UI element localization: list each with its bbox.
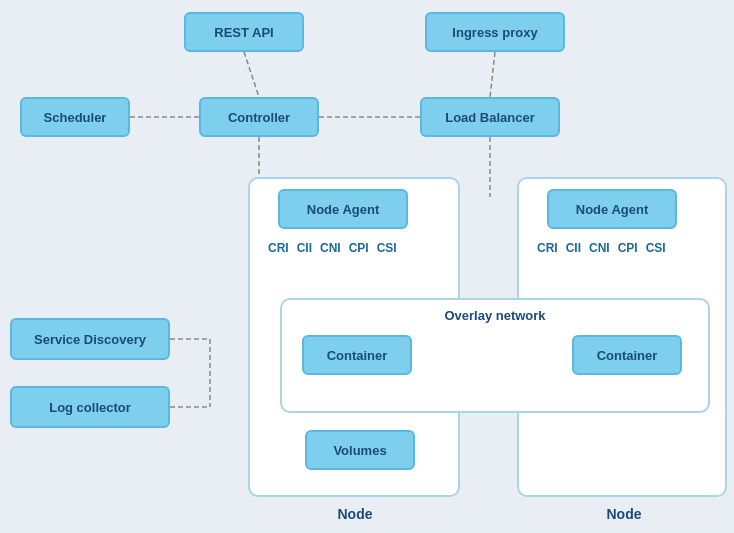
- cni-label-left: CNI: [320, 241, 341, 255]
- cpi-label-left: CPI: [349, 241, 369, 255]
- overlay-label: Overlay network: [282, 308, 708, 323]
- architecture-diagram: REST API Ingress proxy Scheduler Control…: [0, 0, 734, 533]
- scheduler-box: Scheduler: [20, 97, 130, 137]
- cpi-label-right: CPI: [618, 241, 638, 255]
- container-left-box: Container: [302, 335, 412, 375]
- rest-api-box: REST API: [184, 12, 304, 52]
- csi-label-right: CSI: [646, 241, 666, 255]
- node-agent-right-box: Node Agent: [547, 189, 677, 229]
- cri-label-left: CRI: [268, 241, 289, 255]
- controller-box: Controller: [199, 97, 319, 137]
- left-interface-labels: CRI CII CNI CPI CSI: [268, 241, 456, 255]
- right-node-label: Node: [564, 506, 684, 522]
- svg-line-0: [244, 52, 259, 97]
- left-node-label: Node: [295, 506, 415, 522]
- ingress-proxy-box: Ingress proxy: [425, 12, 565, 52]
- container-right-box: Container: [572, 335, 682, 375]
- cii-label-left: CII: [297, 241, 312, 255]
- cni-label-right: CNI: [589, 241, 610, 255]
- cri-label-right: CRI: [537, 241, 558, 255]
- right-interface-labels: CRI CII CNI CPI CSI: [537, 241, 723, 255]
- volumes-box: Volumes: [305, 430, 415, 470]
- overlay-network-box: Overlay network Container Container: [280, 298, 710, 413]
- csi-label-left: CSI: [377, 241, 397, 255]
- service-discovery-box: Service Discovery: [10, 318, 170, 360]
- svg-line-1: [490, 52, 495, 97]
- node-agent-left-box: Node Agent: [278, 189, 408, 229]
- log-collector-box: Log collector: [10, 386, 170, 428]
- cii-label-right: CII: [566, 241, 581, 255]
- load-balancer-box: Load Balancer: [420, 97, 560, 137]
